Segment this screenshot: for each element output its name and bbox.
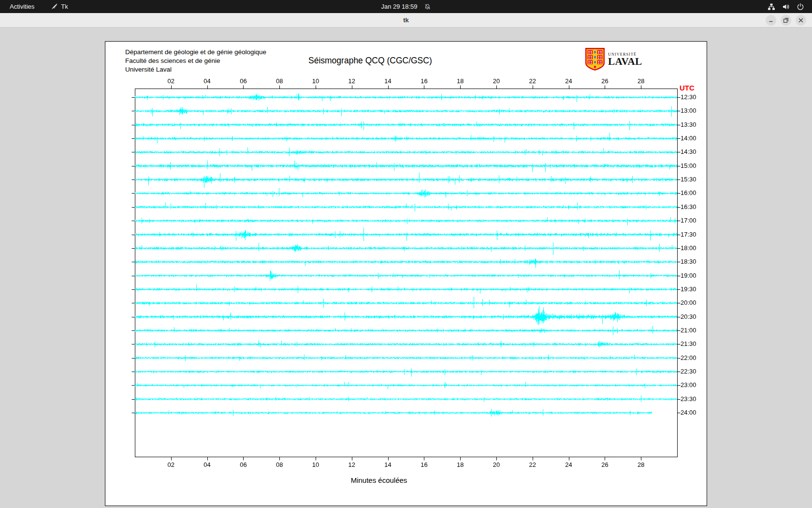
logo-laval-label: LAVAL — [608, 57, 642, 66]
tick-label: 22 — [529, 77, 536, 85]
window-title: tk — [403, 16, 409, 24]
time-label: 18:30 — [681, 258, 696, 265]
x-axis-title: Minutes écoulées — [351, 476, 407, 484]
tick-label: 02 — [168, 77, 174, 85]
app-indicator[interactable]: Tk — [51, 3, 68, 10]
close-icon — [798, 17, 804, 23]
time-label: 17:00 — [681, 217, 696, 224]
time-label: 18:00 — [681, 245, 696, 252]
tick-label: 16 — [420, 461, 427, 468]
helicorder-plot — [125, 79, 687, 466]
time-label: 14:30 — [681, 149, 696, 155]
gnome-top-bar: Activities Tk Jan 29 18:59 — [0, 0, 812, 13]
notifications-muted-icon — [424, 3, 431, 10]
tick-label: 06 — [240, 77, 246, 85]
header-line-department: Département de géologie et de génie géol… — [125, 48, 266, 57]
time-label: 15:00 — [681, 163, 696, 169]
tick-label: 04 — [203, 77, 210, 85]
tick-label: 16 — [420, 77, 427, 85]
laval-logo: UNIVERSITÉ LAVAL — [585, 48, 642, 71]
plot-title: Séismographe QCQ (CGC/GSC) — [308, 56, 432, 66]
time-label: 12:30 — [681, 94, 696, 101]
tick-label: 26 — [601, 461, 608, 468]
restore-icon — [783, 17, 789, 23]
tick-label: 20 — [493, 461, 500, 468]
time-label: 19:00 — [681, 272, 696, 279]
time-label: 16:00 — [681, 190, 696, 196]
time-label: 23:00 — [681, 382, 696, 388]
time-label: 13:00 — [681, 107, 696, 114]
tick-label: 12 — [348, 77, 355, 85]
tick-label: 06 — [240, 461, 246, 468]
time-label: 20:30 — [681, 314, 696, 320]
time-label: 13:30 — [681, 121, 696, 128]
time-label: 22:30 — [681, 368, 696, 375]
seismograph-canvas: Département de géologie et de génie géol… — [105, 41, 707, 506]
network-wired-icon — [768, 3, 775, 11]
minimize-button[interactable] — [766, 15, 776, 26]
tick-label: 14 — [384, 77, 391, 85]
tick-label: 28 — [638, 77, 644, 85]
tick-label: 28 — [638, 461, 644, 468]
tick-label: 20 — [493, 77, 500, 85]
maximize-button[interactable] — [781, 15, 791, 26]
header-line-faculty: Faculté des sciences et de génie — [125, 57, 266, 65]
time-label: 19:30 — [681, 286, 696, 293]
window-content: Département de géologie et de génie géol… — [0, 28, 812, 508]
time-label: 22:00 — [681, 355, 696, 361]
time-label: 21:00 — [681, 327, 696, 334]
app-indicator-label: Tk — [61, 3, 68, 10]
time-label: 14:00 — [681, 135, 696, 142]
tick-label: 04 — [203, 461, 210, 468]
clock[interactable]: Jan 29 18:59 — [381, 3, 431, 10]
time-label: 24:00 — [681, 409, 696, 416]
tick-label: 14 — [384, 461, 391, 468]
volume-icon — [782, 3, 790, 11]
window-titlebar[interactable]: tk — [0, 13, 812, 28]
time-label: 21:30 — [681, 341, 696, 347]
tick-label: 18 — [457, 461, 464, 468]
tick-label: 12 — [348, 461, 355, 468]
header-address: Département de géologie et de génie géol… — [125, 48, 266, 74]
system-status-area[interactable] — [768, 3, 804, 11]
laval-shield-icon — [585, 48, 605, 71]
tick-label: 26 — [601, 77, 608, 85]
tick-label: 02 — [168, 461, 174, 468]
tick-label: 10 — [312, 461, 319, 468]
tick-label: 10 — [312, 77, 319, 85]
header-line-university: Université Laval — [125, 65, 266, 74]
tick-label: 24 — [565, 461, 572, 468]
tick-label: 08 — [276, 461, 283, 468]
tick-label: 08 — [276, 77, 283, 85]
time-label: 15:30 — [681, 176, 696, 183]
activities-button[interactable]: Activities — [10, 3, 34, 10]
time-label: 20:00 — [681, 299, 696, 306]
time-label: 16:30 — [681, 204, 696, 210]
tick-label: 24 — [565, 77, 572, 85]
clock-label: Jan 29 18:59 — [381, 3, 417, 10]
tick-label: 22 — [529, 461, 536, 468]
minimize-icon — [768, 17, 774, 23]
tick-label: 18 — [457, 77, 464, 85]
power-icon — [797, 3, 804, 11]
time-label: 23:30 — [681, 396, 696, 403]
tk-feather-icon — [51, 3, 58, 10]
close-button[interactable] — [796, 15, 806, 26]
time-label: 17:30 — [681, 231, 696, 238]
